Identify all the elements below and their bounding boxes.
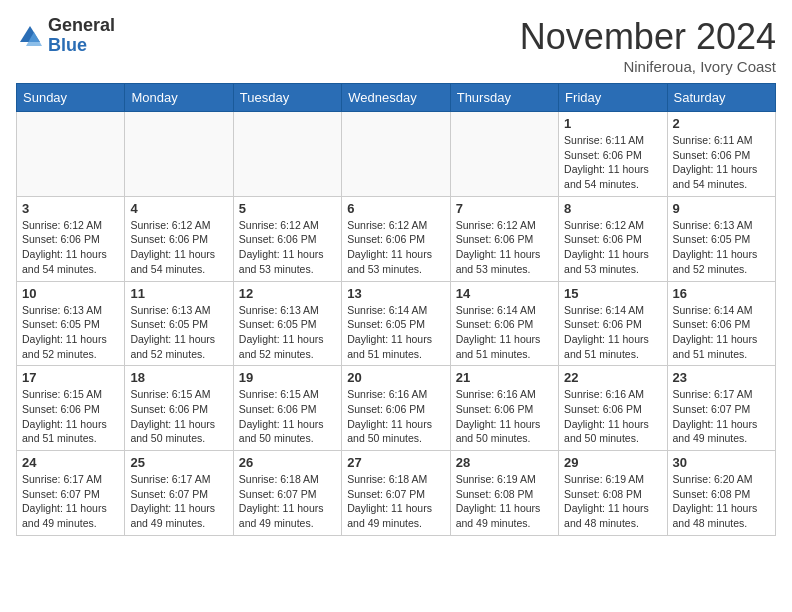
day-number: 4 [130,201,227,216]
day-number: 5 [239,201,336,216]
weekday-header-row: SundayMondayTuesdayWednesdayThursdayFrid… [17,84,776,112]
day-info: Sunrise: 6:12 AM Sunset: 6:06 PM Dayligh… [239,218,336,277]
day-number: 9 [673,201,770,216]
day-info: Sunrise: 6:18 AM Sunset: 6:07 PM Dayligh… [347,472,444,531]
day-info: Sunrise: 6:15 AM Sunset: 6:06 PM Dayligh… [22,387,119,446]
day-info: Sunrise: 6:13 AM Sunset: 6:05 PM Dayligh… [239,303,336,362]
weekday-header-sunday: Sunday [17,84,125,112]
day-info: Sunrise: 6:11 AM Sunset: 6:06 PM Dayligh… [673,133,770,192]
calendar-cell: 29Sunrise: 6:19 AM Sunset: 6:08 PM Dayli… [559,451,667,536]
day-info: Sunrise: 6:14 AM Sunset: 6:05 PM Dayligh… [347,303,444,362]
day-number: 6 [347,201,444,216]
day-info: Sunrise: 6:19 AM Sunset: 6:08 PM Dayligh… [456,472,553,531]
day-number: 14 [456,286,553,301]
calendar-cell: 10Sunrise: 6:13 AM Sunset: 6:05 PM Dayli… [17,281,125,366]
calendar-week-3: 10Sunrise: 6:13 AM Sunset: 6:05 PM Dayli… [17,281,776,366]
calendar-cell: 20Sunrise: 6:16 AM Sunset: 6:06 PM Dayli… [342,366,450,451]
calendar-header: SundayMondayTuesdayWednesdayThursdayFrid… [17,84,776,112]
day-number: 2 [673,116,770,131]
day-info: Sunrise: 6:14 AM Sunset: 6:06 PM Dayligh… [456,303,553,362]
weekday-header-thursday: Thursday [450,84,558,112]
weekday-header-friday: Friday [559,84,667,112]
calendar-week-5: 24Sunrise: 6:17 AM Sunset: 6:07 PM Dayli… [17,451,776,536]
day-number: 26 [239,455,336,470]
day-number: 3 [22,201,119,216]
day-number: 28 [456,455,553,470]
calendar-cell: 9Sunrise: 6:13 AM Sunset: 6:05 PM Daylig… [667,196,775,281]
day-number: 24 [22,455,119,470]
day-number: 20 [347,370,444,385]
day-info: Sunrise: 6:17 AM Sunset: 6:07 PM Dayligh… [673,387,770,446]
day-info: Sunrise: 6:12 AM Sunset: 6:06 PM Dayligh… [22,218,119,277]
day-number: 30 [673,455,770,470]
calendar-cell: 26Sunrise: 6:18 AM Sunset: 6:07 PM Dayli… [233,451,341,536]
day-info: Sunrise: 6:16 AM Sunset: 6:06 PM Dayligh… [564,387,661,446]
page-header: General Blue November 2024 Niniferoua, I… [16,16,776,75]
calendar-cell: 4Sunrise: 6:12 AM Sunset: 6:06 PM Daylig… [125,196,233,281]
calendar-cell: 1Sunrise: 6:11 AM Sunset: 6:06 PM Daylig… [559,112,667,197]
calendar-cell: 27Sunrise: 6:18 AM Sunset: 6:07 PM Dayli… [342,451,450,536]
calendar-cell: 14Sunrise: 6:14 AM Sunset: 6:06 PM Dayli… [450,281,558,366]
calendar-cell [233,112,341,197]
day-info: Sunrise: 6:17 AM Sunset: 6:07 PM Dayligh… [22,472,119,531]
calendar-cell: 24Sunrise: 6:17 AM Sunset: 6:07 PM Dayli… [17,451,125,536]
day-info: Sunrise: 6:14 AM Sunset: 6:06 PM Dayligh… [564,303,661,362]
day-number: 10 [22,286,119,301]
day-info: Sunrise: 6:17 AM Sunset: 6:07 PM Dayligh… [130,472,227,531]
day-number: 22 [564,370,661,385]
day-info: Sunrise: 6:13 AM Sunset: 6:05 PM Dayligh… [673,218,770,277]
day-number: 27 [347,455,444,470]
calendar-cell: 17Sunrise: 6:15 AM Sunset: 6:06 PM Dayli… [17,366,125,451]
calendar-cell: 16Sunrise: 6:14 AM Sunset: 6:06 PM Dayli… [667,281,775,366]
weekday-header-wednesday: Wednesday [342,84,450,112]
calendar-table: SundayMondayTuesdayWednesdayThursdayFrid… [16,83,776,536]
day-number: 19 [239,370,336,385]
day-number: 17 [22,370,119,385]
calendar-cell: 23Sunrise: 6:17 AM Sunset: 6:07 PM Dayli… [667,366,775,451]
calendar-cell: 19Sunrise: 6:15 AM Sunset: 6:06 PM Dayli… [233,366,341,451]
logo-icon [16,22,44,50]
day-info: Sunrise: 6:19 AM Sunset: 6:08 PM Dayligh… [564,472,661,531]
day-number: 8 [564,201,661,216]
calendar-cell: 11Sunrise: 6:13 AM Sunset: 6:05 PM Dayli… [125,281,233,366]
location: Niniferoua, Ivory Coast [520,58,776,75]
day-number: 25 [130,455,227,470]
calendar-cell [17,112,125,197]
day-number: 23 [673,370,770,385]
day-number: 18 [130,370,227,385]
day-info: Sunrise: 6:12 AM Sunset: 6:06 PM Dayligh… [347,218,444,277]
logo: General Blue [16,16,115,56]
day-number: 16 [673,286,770,301]
calendar-cell: 8Sunrise: 6:12 AM Sunset: 6:06 PM Daylig… [559,196,667,281]
day-info: Sunrise: 6:12 AM Sunset: 6:06 PM Dayligh… [456,218,553,277]
day-number: 21 [456,370,553,385]
weekday-header-monday: Monday [125,84,233,112]
calendar-cell: 2Sunrise: 6:11 AM Sunset: 6:06 PM Daylig… [667,112,775,197]
calendar-week-2: 3Sunrise: 6:12 AM Sunset: 6:06 PM Daylig… [17,196,776,281]
day-number: 12 [239,286,336,301]
day-info: Sunrise: 6:13 AM Sunset: 6:05 PM Dayligh… [130,303,227,362]
title-block: November 2024 Niniferoua, Ivory Coast [520,16,776,75]
day-number: 1 [564,116,661,131]
day-number: 29 [564,455,661,470]
calendar-cell: 28Sunrise: 6:19 AM Sunset: 6:08 PM Dayli… [450,451,558,536]
day-number: 15 [564,286,661,301]
calendar-cell: 22Sunrise: 6:16 AM Sunset: 6:06 PM Dayli… [559,366,667,451]
calendar-week-1: 1Sunrise: 6:11 AM Sunset: 6:06 PM Daylig… [17,112,776,197]
weekday-header-saturday: Saturday [667,84,775,112]
calendar-cell: 30Sunrise: 6:20 AM Sunset: 6:08 PM Dayli… [667,451,775,536]
calendar-cell: 18Sunrise: 6:15 AM Sunset: 6:06 PM Dayli… [125,366,233,451]
calendar-cell: 5Sunrise: 6:12 AM Sunset: 6:06 PM Daylig… [233,196,341,281]
day-info: Sunrise: 6:15 AM Sunset: 6:06 PM Dayligh… [130,387,227,446]
calendar-week-4: 17Sunrise: 6:15 AM Sunset: 6:06 PM Dayli… [17,366,776,451]
calendar-cell: 3Sunrise: 6:12 AM Sunset: 6:06 PM Daylig… [17,196,125,281]
day-info: Sunrise: 6:14 AM Sunset: 6:06 PM Dayligh… [673,303,770,362]
day-info: Sunrise: 6:11 AM Sunset: 6:06 PM Dayligh… [564,133,661,192]
calendar-cell [125,112,233,197]
day-info: Sunrise: 6:20 AM Sunset: 6:08 PM Dayligh… [673,472,770,531]
day-info: Sunrise: 6:16 AM Sunset: 6:06 PM Dayligh… [456,387,553,446]
calendar-body: 1Sunrise: 6:11 AM Sunset: 6:06 PM Daylig… [17,112,776,536]
calendar-cell: 25Sunrise: 6:17 AM Sunset: 6:07 PM Dayli… [125,451,233,536]
calendar-cell [450,112,558,197]
day-info: Sunrise: 6:15 AM Sunset: 6:06 PM Dayligh… [239,387,336,446]
